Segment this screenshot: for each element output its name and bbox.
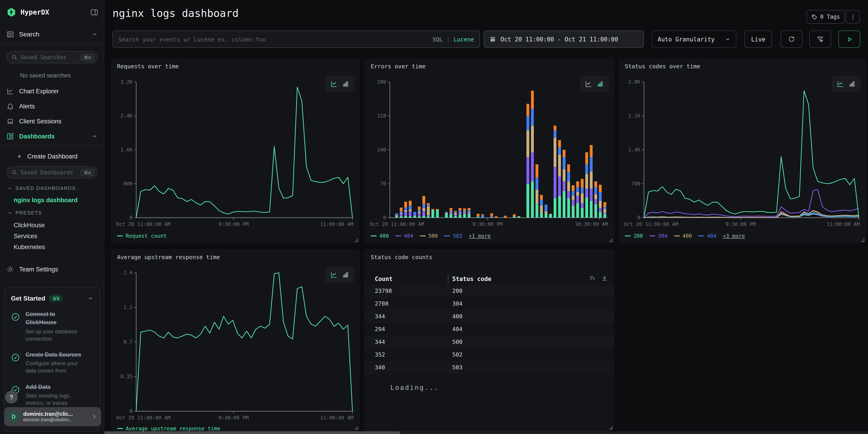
saved-dashboards-section[interactable]: SAVED DASHBOARDS bbox=[0, 184, 104, 192]
panel-title: Status code counts bbox=[371, 254, 432, 260]
laptop-icon bbox=[6, 117, 14, 125]
tags-label: 0 Tags bbox=[820, 14, 840, 20]
errors-chart[interactable]: 280210140700Oct 20 11:00:00 AM9:30:00 PM… bbox=[369, 78, 609, 233]
cell-count: 23798 bbox=[375, 285, 392, 298]
cell-count: 352 bbox=[375, 348, 385, 361]
panel-upstream-response-time: Average upstream response time 1.41.10.7… bbox=[111, 249, 360, 431]
requests-chart[interactable]: 3.2K2.4K1.6K8000Oct 20 11:00:00 AM9:30:0… bbox=[115, 78, 354, 233]
tags-button[interactable]: 0 Tags bbox=[807, 10, 845, 24]
refresh-button[interactable] bbox=[781, 31, 802, 48]
plus-icon bbox=[17, 153, 22, 159]
svg-text:Oct 20 11:00:00 AM: Oct 20 11:00:00 AM bbox=[116, 221, 170, 227]
svg-text:70: 70 bbox=[380, 181, 386, 186]
svg-text:Oct 20 11:00:00 AM: Oct 20 11:00:00 AM bbox=[370, 221, 424, 227]
legend-label: 500 bbox=[428, 233, 438, 239]
svg-text:Oct 20 11:00:00 AM: Oct 20 11:00:00 AM bbox=[116, 415, 170, 421]
panel-resize-handle[interactable] bbox=[609, 239, 613, 242]
horizontal-scrollbar[interactable] bbox=[104, 431, 868, 434]
sidebar-collapse-icon[interactable] bbox=[90, 8, 98, 17]
panel-resize-handle[interactable] bbox=[355, 239, 358, 242]
legend-label: 502 bbox=[453, 233, 462, 239]
get-started-step-sources[interactable]: Create Data Sources Configure where your… bbox=[11, 350, 93, 375]
legend-entry: 400 bbox=[371, 233, 389, 239]
panel-resize-handle[interactable] bbox=[861, 239, 864, 242]
lucene-toggle[interactable]: Lucene bbox=[454, 36, 474, 42]
legend-dash bbox=[649, 236, 655, 236]
sidebar-item-client-sessions[interactable]: Client Sessions bbox=[0, 114, 104, 128]
more-menu-button[interactable] bbox=[846, 10, 860, 24]
sql-toggle[interactable]: SQL bbox=[432, 36, 443, 42]
event-search-input[interactable] bbox=[118, 36, 428, 42]
table-row: 344 400 bbox=[364, 310, 614, 323]
status-codes-chart[interactable]: 2.8K2.1K1.4K7000Oct 20 11:00:00 AM9:30:0… bbox=[623, 78, 861, 233]
scrollbar-thumb[interactable] bbox=[104, 431, 400, 434]
saved-searches-search[interactable]: ⌘K bbox=[6, 51, 97, 63]
sidebar-item-kubernetes[interactable]: Kubernetes bbox=[0, 241, 104, 253]
panel-resize-handle[interactable] bbox=[609, 426, 613, 429]
legend-entry: Request count bbox=[117, 233, 167, 239]
cell-status-code: 500 bbox=[452, 336, 462, 348]
table-row: 352 502 bbox=[364, 348, 614, 361]
line-chart-icon[interactable] bbox=[585, 80, 592, 88]
legend-entry: 200 bbox=[625, 233, 643, 239]
line-chart-icon[interactable] bbox=[837, 80, 844, 88]
line-chart-icon[interactable] bbox=[330, 80, 338, 88]
panel-resize-handle[interactable] bbox=[355, 426, 358, 429]
sidebar-item-nginx-dashboard[interactable]: nginx logs dashboard bbox=[0, 194, 104, 206]
legend-entry: 304 bbox=[649, 233, 668, 239]
user-account-chip[interactable]: D dominic.tran@clic... dominic.tran@clic… bbox=[4, 407, 101, 426]
table-row: 344 500 bbox=[364, 336, 614, 348]
column-resize-handle[interactable] bbox=[448, 276, 448, 284]
create-dashboard-button[interactable]: Create Dashboard bbox=[0, 150, 104, 162]
open-in-search-icon[interactable] bbox=[589, 275, 596, 281]
chart-legend: Average upstream response time bbox=[117, 425, 220, 432]
saved-searches-input[interactable] bbox=[21, 54, 78, 60]
sidebar-item-team-settings[interactable]: Team Settings bbox=[0, 262, 104, 276]
bar-chart-icon[interactable] bbox=[342, 271, 349, 278]
svg-text:9:30:00 PM: 9:30:00 PM bbox=[218, 221, 248, 227]
sidebar-item-search[interactable]: Search bbox=[0, 26, 104, 42]
chart-legend: 200304400404+3 more bbox=[625, 233, 745, 239]
get-started-header[interactable]: Get Started 3/3 bbox=[11, 294, 93, 302]
query-language-toggle: SQL | Lucene bbox=[432, 36, 474, 42]
chevron-up-icon bbox=[87, 295, 93, 301]
bar-chart-icon[interactable] bbox=[848, 80, 856, 87]
presets-section-label: PRESETS bbox=[16, 210, 42, 215]
download-icon[interactable] bbox=[601, 275, 608, 281]
upstream-response-chart[interactable]: 1.41.10.70.350Oct 20 11:00:00 AM9:30:00 … bbox=[115, 269, 354, 427]
date-range-picker[interactable]: Oct 20 11:00:00 - Oct 21 11:00:00 bbox=[484, 31, 644, 48]
granularity-select[interactable]: Auto Granularity bbox=[652, 31, 736, 48]
sidebar-item-chart-explorer[interactable]: Chart Explorer bbox=[0, 84, 104, 98]
table-row: 294 404 bbox=[364, 323, 614, 336]
step-desc: Set up your database connection bbox=[26, 328, 87, 342]
sidebar-item-services[interactable]: Services bbox=[0, 230, 104, 242]
check-circle-icon bbox=[11, 312, 20, 321]
column-header-status-code[interactable]: Status code bbox=[452, 276, 491, 282]
legend-entry: 500 bbox=[420, 233, 438, 239]
saved-dashboards-input[interactable] bbox=[21, 169, 78, 176]
panel-status-code-counts: Status code counts Count Status code 237… bbox=[364, 249, 614, 431]
chevron-right-icon bbox=[91, 413, 97, 420]
column-header-count[interactable]: Count bbox=[375, 276, 393, 282]
get-started-step-add-data[interactable]: Add Data Start sending logs, metrics, or… bbox=[11, 382, 93, 407]
user-name: dominic.tran@clic... bbox=[23, 411, 87, 417]
get-started-step-connect[interactable]: Connect to ClickHouse Set up your databa… bbox=[11, 310, 93, 342]
line-chart-icon[interactable] bbox=[330, 271, 338, 278]
run-query-button[interactable] bbox=[838, 31, 860, 48]
create-dashboard-label: Create Dashboard bbox=[27, 153, 78, 160]
filter-button[interactable] bbox=[809, 31, 831, 48]
divider bbox=[0, 145, 104, 145]
svg-text:1.6K: 1.6K bbox=[120, 147, 133, 153]
sidebar-item-alerts[interactable]: Alerts bbox=[0, 99, 104, 113]
presets-section[interactable]: PRESETS bbox=[0, 209, 104, 217]
alerts-label: Alerts bbox=[19, 103, 35, 110]
sidebar-item-dashboards[interactable]: Dashboards bbox=[0, 129, 104, 143]
sidebar-item-clickhouse[interactable]: ClickHouse bbox=[0, 219, 104, 231]
bar-chart-icon[interactable] bbox=[596, 80, 604, 87]
bar-chart-icon[interactable] bbox=[342, 80, 349, 87]
cell-status-code: 502 bbox=[452, 348, 462, 361]
saved-dashboards-search[interactable]: ⌘K bbox=[6, 166, 97, 179]
help-button[interactable]: ? bbox=[5, 391, 18, 403]
live-button[interactable]: Live bbox=[745, 31, 772, 48]
svg-text:10:30:00 AM: 10:30:00 AM bbox=[575, 221, 608, 227]
